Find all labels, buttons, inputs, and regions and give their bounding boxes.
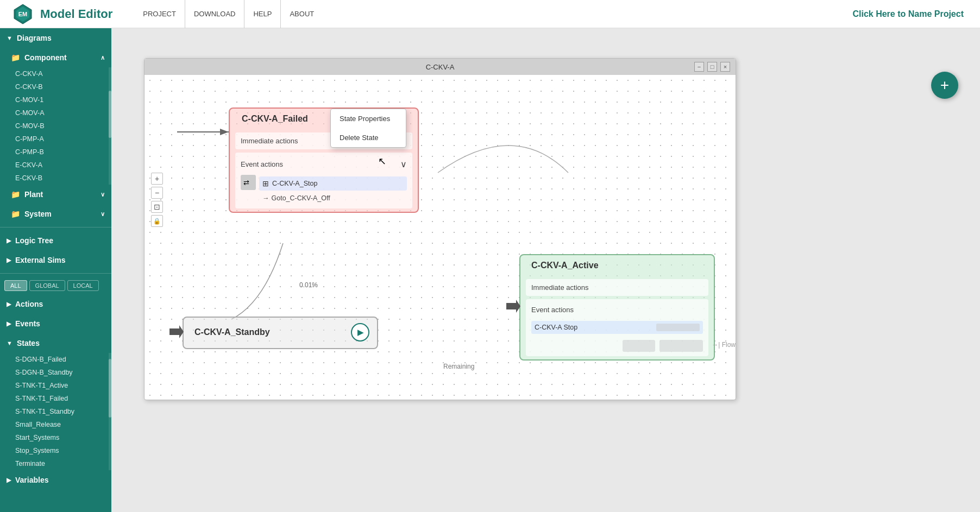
nav-help[interactable]: HELP (244, 0, 281, 28)
zoom-in-button[interactable]: + (151, 173, 163, 185)
nav-about[interactable]: ABOUT (281, 0, 323, 28)
sidebar-item-e-ckv-a[interactable]: E-CKV-A (0, 159, 111, 172)
event-actions-chevron-icon[interactable]: ∨ (400, 159, 407, 169)
actions-label: Actions (15, 300, 43, 308)
sidebar-state-stop-systems[interactable]: Stop_Systems (0, 444, 111, 457)
app-header: EM Model Editor PROJECT DOWNLOAD HELP AB… (0, 0, 980, 28)
states-label: States (17, 339, 40, 347)
failed-action-items: ⊞ C-CKV-A_Stop → Goto_C-CKV-A_Off (259, 175, 407, 204)
sidebar: ▼ Diagrams 📁 Component ∧ C-CKV-A C-CKV-B… (0, 28, 111, 512)
filter-tab-local[interactable]: LOCAL (67, 280, 99, 291)
canvas-content[interactable]: + − ⊡ 🔒 (145, 75, 736, 400)
standby-play-btn[interactable]: ▶ (351, 323, 369, 342)
sidebar-state-s-dgn-b-standby[interactable]: S-DGN-B_Standby (0, 366, 111, 379)
sidebar-state-s-dgn-b-failed[interactable]: S-DGN-B_Failed (0, 353, 111, 366)
play-button[interactable]: ▶ (351, 323, 369, 342)
sidebar-variables[interactable]: ▶ Variables (0, 470, 111, 490)
active-arrow-container (506, 299, 522, 316)
diagrams-chevron-icon: ▼ (7, 35, 12, 41)
blurred-blocks (531, 340, 703, 352)
active-action-stop[interactable]: C-CKV-A Stop (531, 321, 703, 334)
zoom-out-button[interactable]: − (151, 187, 163, 199)
svg-text:EM: EM (18, 11, 28, 17)
sidebar-state-start-systems[interactable]: Start_Systems (0, 431, 111, 444)
active-event-actions-section: Event actions C-CKV-A Stop (526, 299, 708, 356)
system-label: System (24, 210, 96, 218)
sidebar-state-small-release[interactable]: Small_Release (0, 418, 111, 431)
nav-links: PROJECT DOWNLOAD HELP ABOUT (134, 0, 323, 28)
remaining-label: Remaining (443, 363, 474, 370)
zoom-controls: + − ⊡ 🔒 (151, 173, 163, 227)
sidebar-component[interactable]: 📁 Component ∧ (0, 48, 111, 67)
plant-folder-icon: 📁 (11, 190, 20, 199)
active-state-header: C-CKV-A_Active (520, 255, 714, 276)
external-sims-chevron-icon: ▶ (7, 257, 11, 264)
events-chevron-icon: ▶ (7, 320, 11, 327)
ctx-delete-state[interactable]: Delete State (331, 128, 406, 147)
sidebar-item-c-mov-1[interactable]: C-MOV-1 (0, 93, 111, 106)
component-chevron-icon: ∧ (100, 54, 105, 61)
sidebar-item-c-mov-a[interactable]: C-MOV-A (0, 106, 111, 119)
sidebar-plant[interactable]: 📁 Plant ∨ (0, 185, 111, 204)
pct-label: 0.01% (299, 281, 318, 289)
active-event-actions-header: Event actions (531, 304, 703, 316)
failed-state-name: C-CKV-A_Failed (242, 114, 308, 124)
window-close-button[interactable]: × (720, 62, 730, 72)
sidebar-state-s-tnk-t1-active[interactable]: S-TNK-T1_Active (0, 379, 111, 392)
sidebar-item-c-mov-b[interactable]: C-MOV-B (0, 119, 111, 132)
main-layout: ▼ Diagrams 📁 Component ∧ C-CKV-A C-CKV-B… (0, 28, 980, 512)
sidebar-state-s-tnk-t1-failed[interactable]: S-TNK-T1_Failed (0, 392, 111, 405)
failed-action-goto[interactable]: → Goto_C-CKV-A_Off (259, 192, 407, 204)
sidebar-events[interactable]: ▶ Events (0, 314, 111, 333)
project-name-button[interactable]: Click Here to Name Project (852, 9, 964, 19)
component-folder-icon: 📁 (11, 53, 20, 62)
window-minimize-button[interactable]: − (694, 62, 704, 72)
standby-arrow-container (169, 324, 185, 342)
context-menu: State Properties Delete State (330, 109, 406, 148)
lock-button[interactable]: 🔒 (151, 215, 163, 227)
add-fab-button[interactable]: + (931, 72, 958, 99)
standby-state-header: C-CKV-A_Standby ▶ (184, 318, 377, 347)
failed-event-actions-section: Event actions ∨ ⇄ ⊞ C-CKV-A_Stop (235, 153, 412, 208)
sidebar-item-c-pmp-a[interactable]: C-PMP-A (0, 132, 111, 146)
sidebar-state-s-tnk-t1-standby[interactable]: S-TNK-T1_Standby (0, 405, 111, 418)
filter-tab-global[interactable]: GLOBAL (29, 280, 65, 291)
actions-chevron-icon: ▶ (7, 301, 11, 308)
active-action-stop-label: C-CKV-A Stop (535, 324, 577, 331)
emrald-logo-icon: EM (11, 2, 35, 26)
failed-action-stop[interactable]: ⊞ C-CKV-A_Stop (259, 176, 407, 191)
sidebar-item-c-ckv-b[interactable]: C-CKV-B (0, 80, 111, 93)
filter-tab-all[interactable]: ALL (4, 280, 27, 291)
sidebar-item-e-ckv-b[interactable]: E-CKV-B (0, 172, 111, 185)
action-exit-icon: ⊞ (262, 179, 269, 188)
sidebar-diagrams[interactable]: ▼ Diagrams (0, 28, 111, 48)
nav-project[interactable]: PROJECT (134, 0, 185, 28)
window-maximize-button[interactable]: □ (707, 62, 717, 72)
nav-download[interactable]: DOWNLOAD (185, 0, 245, 28)
events-label: Events (15, 319, 40, 328)
component-label: Component (24, 53, 96, 62)
svg-text:⇄: ⇄ (243, 179, 249, 187)
zoom-fit-button[interactable]: ⊡ (151, 201, 163, 213)
sidebar-divider-1 (0, 227, 111, 227)
sidebar-item-c-ckv-a[interactable]: C-CKV-A (0, 67, 111, 80)
standby-state-box[interactable]: C-CKV-A_Standby ▶ (183, 317, 378, 349)
external-sims-label: External Sims (15, 256, 66, 264)
sidebar-actions[interactable]: ▶ Actions (0, 294, 111, 314)
ctx-state-properties[interactable]: State Properties (331, 109, 406, 128)
standby-arrow-icon (169, 324, 185, 339)
active-state-name: C-CKV-A_Active (531, 261, 599, 270)
plant-label: Plant (24, 190, 96, 199)
active-arrow-icon (506, 299, 522, 314)
sidebar-system[interactable]: 📁 System ∨ (0, 204, 111, 224)
sidebar-external-sims[interactable]: ▶ External Sims (0, 250, 111, 270)
sidebar-state-terminate[interactable]: Terminate (0, 457, 111, 470)
failed-event-actions-body: ⇄ ⊞ C-CKV-A_Stop → Goto_C-CKV-A_Off (241, 175, 407, 204)
active-immediate-actions: Immediate actions (526, 279, 708, 296)
sidebar-logic-tree[interactable]: ▶ Logic Tree (0, 231, 111, 250)
sidebar-item-c-pmp-b[interactable]: C-PMP-B (0, 146, 111, 159)
active-state-box[interactable]: C-CKV-A_Active Immediate actions Event a… (519, 254, 715, 361)
window-title: C-CKV-A (426, 63, 455, 71)
active-action-items: C-CKV-A Stop (531, 319, 703, 336)
sidebar-states[interactable]: ▼ States (0, 333, 111, 353)
